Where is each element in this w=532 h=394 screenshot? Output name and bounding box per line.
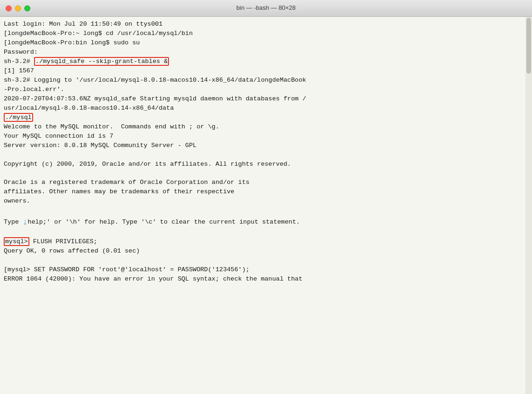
terminal-line: -Pro.local.err'. [4, 85, 528, 94]
mysql-highlight-line: ./mysql [4, 113, 528, 122]
terminal-line: ERROR 1064 (42000): You have an error in… [4, 274, 528, 284]
title-bar: bin — -bash — 80×28 [0, 0, 532, 17]
mysql-prompt-highlight: mysql> [4, 237, 29, 246]
mysql-prompt-line: mysql> FLUSH PRIVILEGES; [4, 237, 528, 246]
maximize-button[interactable] [24, 5, 30, 11]
terminal-line: [longdeMacBook-Pro:~ long$ cd /usr/local… [4, 29, 528, 38]
help-line: Type ↓help;' or '\h' for help. Type '\c'… [4, 215, 528, 228]
window-title: bin — -bash — 80×28 [237, 4, 296, 13]
terminal-line: Oracle is a registered trademark of Orac… [4, 178, 528, 187]
terminal-line: Password: [4, 48, 528, 57]
traffic-lights [6, 5, 30, 11]
terminal-line: [1] 1567 [4, 66, 528, 76]
scrollbar-track[interactable] [525, 17, 532, 394]
terminal-window[interactable]: Last login: Mon Jul 20 11:50:49 on ttys0… [0, 17, 532, 394]
close-button[interactable] [6, 5, 12, 11]
terminal-line: sh-3.2# Logging to '/usr/local/mysql-8.0… [4, 76, 528, 85]
terminal-line: Last login: Mon Jul 20 11:50:49 on ttys0… [4, 20, 528, 29]
terminal-line: [longdeMacBook-Pro:bin long$ sudo su [4, 38, 528, 48]
terminal-line [4, 150, 528, 160]
terminal-line: [mysql> SET PASSWORD FOR 'root'@'localho… [4, 265, 528, 274]
terminal-line: Server version: 8.0.18 MySQL Community S… [4, 141, 528, 150]
terminal-line: Copyright (c) 2000, 2019, Oracle and/or … [4, 160, 528, 169]
terminal-line: 2020-07-20T04:07:53.6NZ mysqld_safe Star… [4, 94, 528, 104]
terminal-line: usr/local/mysql-8.0.18-macos10.14-x86_64… [4, 104, 528, 113]
terminal-line [4, 169, 528, 178]
minimize-button[interactable] [15, 5, 21, 11]
terminal-line [4, 256, 528, 265]
mysqld-safe-highlight: ./mysqld_safe --skip-grant-tables & [34, 57, 169, 66]
terminal-line: Query OK, 0 rows affected (0.01 sec) [4, 246, 528, 256]
scrollbar-thumb[interactable] [526, 18, 531, 74]
terminal-line: owners. [4, 197, 528, 206]
mysqld-safe-line: sh-3.2# ./mysqld_safe --skip-grant-table… [4, 57, 528, 66]
terminal-line: Your MySQL connection id is 7 [4, 132, 528, 141]
mysql-highlight: ./mysql [4, 113, 33, 122]
terminal-line [4, 206, 528, 215]
terminal-line [4, 228, 528, 237]
terminal-line: affiliates. Other names may be trademark… [4, 187, 528, 197]
terminal-line: Welcome to the MySQL monitor. Commands e… [4, 122, 528, 132]
